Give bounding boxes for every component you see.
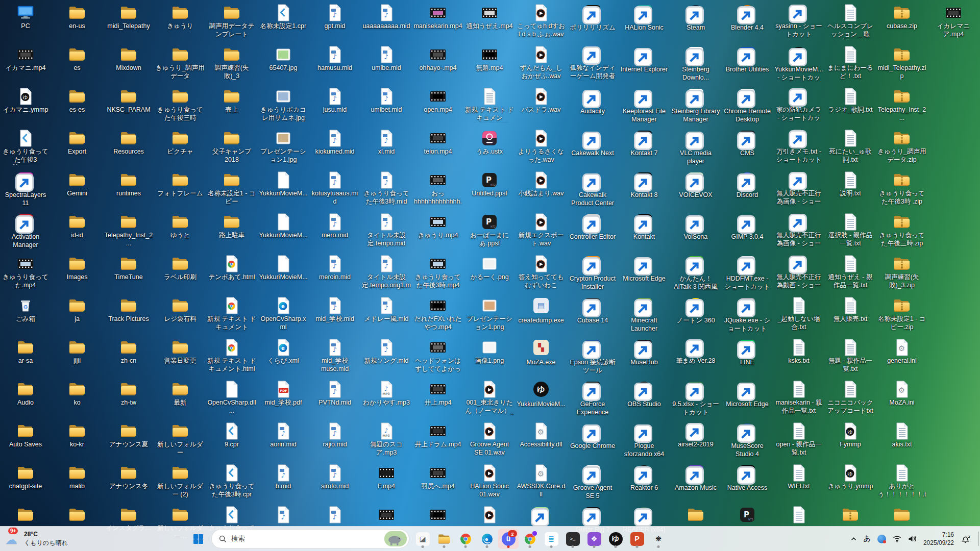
desktop-icon[interactable]: イカレマニア.mp4	[929, 4, 978, 38]
search-input[interactable]: 検索	[211, 529, 409, 548]
desktop-icon[interactable]	[1, 506, 50, 524]
taskbar-app-discord[interactable]: ü2	[498, 529, 519, 549]
desktop-icon[interactable]: YukkuriMovieM...	[259, 213, 308, 240]
desktop-icon-keepforest-file-manager[interactable]: |||Keepforest File Manager	[620, 87, 669, 123]
desktop-icon[interactable]: open.mp4	[413, 87, 462, 114]
desktop-icon[interactable]: ずんだもん_しおかぜふ.wav	[517, 45, 566, 80]
desktop-icon[interactable]: Gemini	[53, 171, 102, 198]
desktop-icon[interactable]: 通知うぜえ.mp4	[465, 4, 514, 31]
desktop-icon-hddfmt[interactable]: ❒HDDFMT.exe - ショートカット	[723, 255, 772, 291]
desktop-icon-obs-studio[interactable]: ❍OBS Studio	[620, 380, 669, 409]
taskbar-app-microsoft-edge[interactable]: e	[477, 529, 497, 549]
desktop-icon-amazon-music[interactable]: ♪Amazon Music	[671, 464, 720, 492]
desktop-icon[interactable]: 説明.txt	[826, 171, 875, 198]
desktop-icon-cakewalk-next[interactable]: ◔Cakewalk Next	[568, 129, 617, 158]
desktop-icon-microsoft-edge[interactable]: eMicrosoft Edge	[620, 255, 669, 283]
desktop-icon[interactable]: きゅうり食ってた午後三時	[156, 87, 205, 122]
desktop-icon[interactable]: cubase.zip	[877, 4, 926, 31]
desktop-icon[interactable]: midi_Telepathy.zip	[877, 45, 926, 80]
desktop-icon[interactable]: 無人販売不正行為画像 - ショートカット	[774, 171, 823, 207]
tray-app-icon[interactable]	[876, 530, 887, 548]
desktop-icon-voicevox[interactable]: VVOICEVOX	[671, 171, 720, 199]
desktop-icon[interactable]: ゆイカマニ.ymmp	[1, 87, 50, 114]
desktop-icon[interactable]: id-id	[53, 213, 102, 240]
desktop-icon[interactable]: ♪sirofo.mid	[310, 464, 359, 491]
desktop-icon-plogue-sforzando[interactable]: sfzPlogue sforzando x64	[620, 422, 669, 458]
desktop-icon[interactable]: よりうるさくなった.wav	[517, 129, 566, 164]
desktop-icon[interactable]: 無人販売.txt	[826, 296, 875, 323]
desktop-icon[interactable]: 無人販売不正行為動画 - ショートカット	[774, 255, 823, 290]
desktop-icon-google-chrome[interactable]: Google Chrome	[568, 422, 617, 450]
desktop-icon[interactable]: YukkuriMovieM...	[259, 171, 308, 198]
desktop-icon[interactable]: PC	[1, 4, 50, 31]
wifi-icon[interactable]	[892, 530, 902, 548]
desktop-icon[interactable]: 調声練習(失敗)_3.zip	[877, 255, 926, 289]
desktop-icon[interactable]: きゅうり食ってた午後3時-01.cpr	[1, 129, 50, 165]
desktop-icon[interactable]: ♪hamusu.mid	[310, 45, 359, 72]
desktop-icon[interactable]: ヘッドフォンはずしててよかっt.mp4	[413, 338, 462, 374]
desktop-icon[interactable]: ♪kiokumed.mid	[310, 129, 359, 156]
desktop-icon[interactable]: ♪mid_学校muse.mid	[310, 338, 359, 373]
desktop-icon-audacity[interactable]: ∩Audacity	[568, 87, 617, 116]
desktop-icon-activation-manager[interactable]: ▶Activation Manager	[1, 213, 50, 249]
desktop-icon-steinberg-library-manager[interactable]: ❏Steinberg Library Manager	[671, 87, 720, 123]
desktop-icon-cubase-14[interactable]: ◆Cubase 14	[568, 296, 617, 325]
desktop-icon[interactable]: フォトフレーム	[156, 171, 205, 198]
desktop-icon[interactable]: 路上駐車	[207, 213, 256, 240]
desktop-icon[interactable]: Track Pictures	[104, 296, 153, 323]
desktop-icon[interactable]: まにまにわーるど！.txt	[826, 45, 875, 80]
desktop-icon-norton-360[interactable]: ✓ノートン 360	[671, 296, 720, 325]
desktop-icon[interactable]: ko-kr	[53, 422, 102, 449]
desktop-icon[interactable]: en-us	[53, 4, 102, 31]
desktop-icon[interactable]: ♪きゅうり食ってた午後3時.mid	[362, 171, 411, 206]
desktop-icon[interactable]: manisekarin.mp4	[413, 4, 462, 31]
desktop-icon[interactable]: eOpenCvSharp.xml	[259, 296, 308, 331]
desktop-icon-aitalk[interactable]: ♪かんたん！ AITalk 3 関西風	[671, 255, 720, 291]
desktop-icon-blender[interactable]: ◕Blender 4.4	[723, 4, 772, 32]
desktop-icon[interactable]: TimeTune	[104, 255, 153, 282]
desktop-icon-chrome-remote-desktop[interactable]: ❐Chrome Remote Desktop	[723, 87, 772, 123]
desktop-icon[interactable]: きゅうり_調声用データ	[156, 45, 205, 80]
desktop-icon[interactable]	[53, 506, 102, 524]
start-button[interactable]	[188, 529, 208, 549]
desktop-icon[interactable]: ♻ごみ箱	[1, 296, 50, 323]
desktop-icon[interactable]: ohhayo-.mp4	[413, 45, 462, 72]
desktop-icon[interactable]: F.mp4	[362, 464, 411, 491]
taskbar-app-text-editor[interactable]: ≣	[541, 529, 561, 549]
desktop-icon[interactable]: ♪jusu.mid	[310, 87, 359, 114]
desktop-icon[interactable]: ♪mero.mid	[310, 213, 359, 240]
desktop-icon[interactable]: syasinn - ショートカット	[774, 4, 823, 38]
desktop-icon[interactable]: 売上	[207, 87, 256, 114]
desktop-icon-excel-shortcut[interactable]: X9.5.xlsx - ショートカット	[671, 380, 720, 416]
desktop-icon[interactable]: ♪新規ソング.mid	[362, 338, 411, 365]
desktop-icon-spectralayers[interactable]: ▤SpectraLayers 11	[1, 171, 50, 207]
desktop-icon[interactable]: PNT2	[723, 506, 772, 524]
desktop-icon[interactable]: ♪メドレー風.mid	[362, 296, 411, 323]
desktop-icon-steinberg-download-assistant[interactable]: ◉Steinberg Downlo...	[671, 45, 720, 82]
desktop-icon[interactable]: PNT2おーばーまにあ.ppsf	[465, 213, 514, 247]
desktop-icon[interactable]: WIFI.txt	[774, 464, 823, 491]
tray-chevron-up-icon[interactable]	[849, 530, 858, 548]
taskbar-app-google-chrome[interactable]	[455, 529, 476, 549]
desktop-icon[interactable]: open - 親作品一覧.txt	[774, 422, 823, 457]
desktop-icon[interactable]: chatgpt-site	[1, 464, 50, 491]
desktop-icon[interactable]: Auto Saves	[1, 422, 50, 449]
desktop-icon[interactable]: 名称未設定1.cpr	[259, 4, 308, 31]
desktop-icon[interactable]: おっhhhhhhhhhhhhh...	[413, 171, 462, 207]
notification-bell-icon[interactable]: z	[960, 530, 971, 548]
desktop-icon[interactable]	[774, 506, 823, 524]
desktop-icon[interactable]: アナウンス夏	[104, 422, 153, 449]
desktop-icon[interactable]: HALion Sonic 01.wav	[465, 464, 514, 498]
desktop-icon[interactable]: ♪MP3無題のスコア.mp3	[362, 422, 411, 457]
desktop-icon[interactable]: うみ.ustx	[465, 129, 514, 156]
desktop-icon[interactable]: きゅうり食ってた午後3時 .zip	[877, 171, 926, 206]
desktop-icon[interactable]: Audio	[1, 380, 50, 407]
weather-widget[interactable]: ☁ 9+ 28°C くもりのち晴れ	[5, 529, 68, 548]
desktop-icon[interactable]: 名称未設定1 - コピー	[207, 171, 256, 206]
desktop-icon[interactable]: きゅうり食ってた.mp4	[1, 255, 50, 289]
desktop-icon-vlc[interactable]: ▲VLC media player	[671, 129, 720, 165]
desktop-icon[interactable]: ♪uaaaaaaaaa.mid	[362, 4, 411, 31]
desktop-icon-yukkuri-movie-maker[interactable]: ゆYukkuriMovieM...	[517, 380, 566, 409]
desktop-icon[interactable]: 営業日変更	[156, 338, 205, 365]
desktop-icon[interactable]: eくらび.xml	[259, 338, 308, 365]
